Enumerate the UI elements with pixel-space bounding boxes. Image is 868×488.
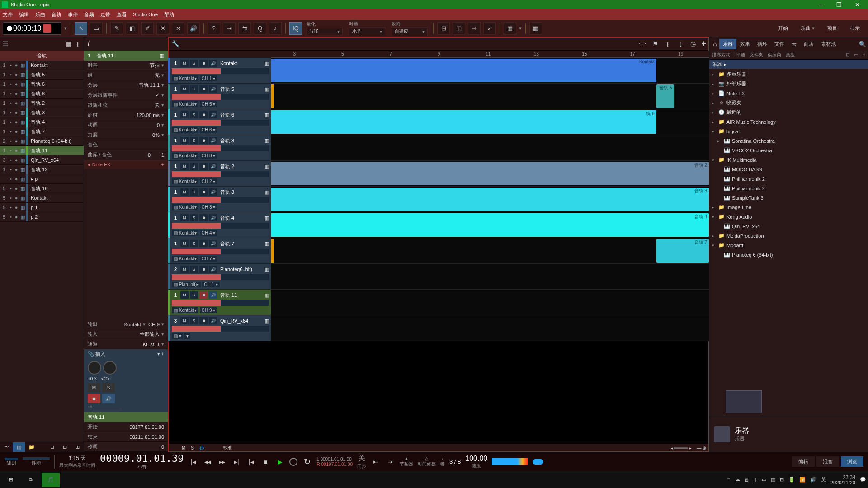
browser-tab-乐器[interactable]: 乐器 (719, 39, 736, 49)
tree-item[interactable]: ▸📁AIR Music Technology (709, 117, 868, 127)
rewind[interactable]: ◂◂ (203, 457, 212, 467)
view-编辑[interactable]: 编辑 (792, 456, 815, 467)
global-power[interactable]: ⏻ (199, 446, 204, 450)
track-header[interactable]: 1MS⏺🔊音轨 4▥ ▥ Kontakt▾CH 4 ▾ (168, 212, 271, 238)
tool-a[interactable]: ⊟ (437, 22, 450, 35)
view-b[interactable]: ▭ (854, 52, 858, 57)
tree-item[interactable]: ▸📷外部乐器 (709, 79, 868, 89)
listen-tool[interactable]: 🔊 (187, 22, 200, 35)
film-button[interactable]: ▦ (529, 22, 542, 35)
tab-开始[interactable]: 开始 (773, 23, 793, 33)
track-lane[interactable] (271, 135, 709, 160)
browser-tab-循环[interactable]: 循环 (754, 39, 771, 49)
inspector-row[interactable]: 分层音轨 11.1▾ (84, 80, 168, 90)
view-浏览[interactable]: 浏览 (841, 456, 863, 467)
meter-toggle[interactable] (533, 459, 543, 465)
tree-item[interactable]: 🎹Pianoteq 6 (64-bit) (709, 250, 868, 259)
home-icon[interactable]: ⌂ (711, 40, 718, 47)
wave-tab[interactable]: 〜 (0, 442, 13, 452)
pencil-tool[interactable]: ✎ (110, 22, 123, 35)
stop[interactable]: ■ (260, 457, 270, 467)
loop[interactable]: ↻ (302, 457, 312, 467)
bluetooth-icon[interactable]: ᛒ (754, 477, 757, 483)
task-view[interactable]: ⧉ (22, 473, 40, 487)
volume-icon[interactable]: 🔊 (810, 477, 816, 483)
track-lane[interactable]: 轨 4音轨 4 (271, 212, 709, 238)
global-solo[interactable]: S (191, 446, 194, 450)
tray-icon[interactable]: ⌃ (726, 477, 731, 483)
automation-tool[interactable]: 〰 (638, 40, 647, 47)
view-混音[interactable]: 混音 (816, 456, 839, 467)
track-row[interactable]: 1•●▥音轨 5 (0, 70, 84, 80)
piano-icon[interactable]: ▥ (160, 53, 164, 59)
track-row[interactable]: 2•●▥Pianoteq 6 (64-bit) (0, 136, 84, 146)
ripple-button[interactable]: ♪ (269, 22, 282, 35)
column-icon[interactable]: ▥ (66, 40, 72, 47)
track-header[interactable]: 1MS⏺🔊Kontakt▥ ▥ Kontakt▾CH 1 ▾ (168, 58, 271, 83)
zoom-slider[interactable]: — ⊕ (697, 446, 706, 450)
inspector-row[interactable]: 组无▾ (84, 70, 168, 80)
view-c[interactable]: ≡ (863, 52, 865, 57)
track-row[interactable]: 5•●▥p 1 (0, 203, 84, 212)
event-start[interactable]: 开始00177.01.01.00 (84, 422, 168, 432)
zoom-button[interactable]: Q (254, 22, 266, 35)
close-button[interactable]: ✕ (848, 1, 866, 8)
track-header[interactable]: 2MS⏺🔊Pianoteq6..bit)▥ ▥ Pian..bit)▾CH 1 … (168, 264, 271, 289)
quantize-dropdown[interactable]: 1/16▾ (307, 28, 343, 35)
record-arm[interactable]: ⏺ (88, 394, 100, 403)
opt-b[interactable]: ⊟ (58, 442, 71, 452)
track-header[interactable]: 1MS⏺🔊音轨 6▥ ▥ Kontakt▾CH 6 ▾ (168, 109, 271, 135)
track-header[interactable]: 1MS⏺🔊音轨 5▥ ▥ Kontakt▾CH 5 ▾ (168, 84, 271, 109)
mute-button[interactable]: M (88, 383, 100, 392)
sort-供应商[interactable]: 供应商 (768, 52, 781, 58)
time-display[interactable]: ⏺ 00:00:10 (3, 22, 61, 35)
opt-c[interactable]: ⊞ (71, 442, 84, 452)
input-row[interactable]: 输入 全部输入▾ (84, 329, 168, 339)
tree-item[interactable]: ▾📁bigcat (709, 127, 868, 136)
tab-乐曲[interactable]: 乐曲 ▾ (795, 23, 820, 33)
track-header[interactable]: 3MS⏺🔊Qin_RV_x64▥ ▥ ▾ ▾ (168, 315, 271, 341)
track-row[interactable]: •●▥▸ p (0, 174, 84, 184)
patch-row[interactable]: 曲库 / 音色 0 1 (84, 150, 168, 160)
snap-button[interactable]: ⇆ (238, 22, 251, 35)
start-button[interactable]: ⊞ (2, 473, 20, 487)
dropdown-icon[interactable]: ▾ (64, 25, 67, 31)
pan-knob[interactable] (88, 361, 101, 375)
tree-item[interactable]: 🎹Philharmonik 2 (709, 174, 868, 183)
track-header[interactable]: 1MS⏺🔊音轨 8▥ ▥ Kontakt▾CH 8 ▾ (168, 135, 271, 160)
keys-tab[interactable]: ▥ (13, 442, 25, 452)
event-transpose[interactable]: 移调0 (84, 442, 168, 452)
tree-item[interactable]: 🎹VSCO2 Orchestra (709, 145, 868, 155)
tree-item[interactable]: ▸📁Image-Line (709, 202, 868, 212)
menu-查看[interactable]: 查看 (117, 11, 127, 18)
track-header[interactable]: 1MS⏺🔊音轨 3▥ ▥ Kontakt▾CH 3 ▾ (168, 187, 271, 212)
track-lane[interactable]: 轨 2音轨 2 (271, 161, 709, 186)
track-header[interactable]: 1MS⏺🔊音轨 2▥ ▥ Kontakt▾CH 2 ▾ (168, 161, 271, 186)
tree-item[interactable]: 🎹SampleTank 3 (709, 193, 868, 202)
track-lane[interactable] (271, 315, 709, 341)
tray-icon[interactable]: ☁ (735, 477, 740, 483)
sort-文件夹[interactable]: 文件夹 (750, 52, 763, 58)
solo-button[interactable]: S (102, 383, 115, 392)
menu-事件[interactable]: 事件 (68, 11, 78, 18)
monitor-button[interactable]: 🔊 (102, 394, 115, 403)
vol-knob[interactable] (103, 361, 117, 375)
inspector-row[interactable]: 分层跟随事件✓▾ (84, 90, 168, 100)
snap-dropdown[interactable]: 自适应▾ (392, 27, 428, 36)
clock-time[interactable]: 23:34 (830, 474, 855, 480)
bars-icon[interactable]: ⫼ (75, 40, 81, 47)
track-row[interactable]: 1•●▥音轨 2 (0, 99, 84, 108)
inspector-row[interactable]: 时基节拍▾ (84, 61, 168, 70)
add-track[interactable]: + (701, 39, 706, 48)
position[interactable]: 00009.01.01.39 (100, 453, 184, 464)
view-a[interactable]: ⊡ (846, 52, 849, 57)
clock-tool[interactable]: ◷ (689, 40, 698, 47)
autoscroll-button[interactable]: ⇥ (223, 22, 236, 35)
bend-tool[interactable]: ⤨ (172, 22, 184, 35)
track-lane[interactable]: 音轨 5 (271, 84, 709, 109)
track-lane[interactable]: 轨 6 (271, 109, 709, 135)
ime-lang[interactable]: 英 (821, 476, 826, 483)
tree-item[interactable]: ▸🎹Sonatina Orchestra (709, 136, 868, 145)
track-row[interactable]: 3•●▥Qin_RV_x64 (0, 155, 84, 165)
opt-a[interactable]: ⊡ (46, 442, 58, 452)
